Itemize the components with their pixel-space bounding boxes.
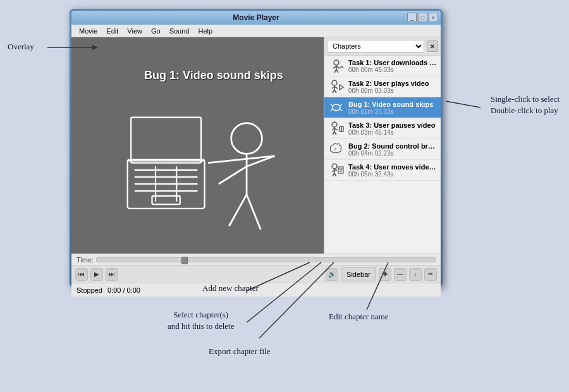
- skip-back-button[interactable]: ⏮: [75, 268, 88, 281]
- chapter-5-text: Bug 2: Sound control breaks 00h 04m 02.2…: [348, 142, 437, 157]
- menu-view[interactable]: View: [123, 26, 146, 36]
- chapter-icon-3: ♪: [327, 100, 345, 115]
- chapter-item-selected[interactable]: ♪ Bug 1: Video sound skips 00h 01m 25.33…: [324, 97, 441, 118]
- svg-point-48: [332, 164, 337, 169]
- svg-text:♪: ♪: [334, 105, 337, 111]
- chapter-item[interactable]: ♪ Bug 2: Sound control breaks 00h 04m 02…: [324, 139, 441, 160]
- chapter-3-time: 00h 01m 25.33s: [348, 108, 437, 115]
- status-text: Stopped: [76, 286, 102, 294]
- menu-help[interactable]: Help: [194, 26, 216, 36]
- chapter-2-name: Task 2: User plays video: [348, 80, 437, 87]
- chapter-3-name: Bug 1: Video sound skips: [348, 101, 437, 108]
- chapter-item[interactable]: Task 4: User moves video file 00h 05m 32…: [324, 160, 441, 181]
- minimize-button[interactable]: _: [407, 13, 417, 22]
- skip-forward-button[interactable]: ⏭: [106, 268, 118, 281]
- svg-line-52: [333, 173, 334, 176]
- sidebar-panel: Chapters ×: [324, 37, 441, 254]
- sidebar-toggle-button[interactable]: Sidebar: [341, 267, 376, 281]
- svg-text:♪: ♪: [334, 146, 336, 152]
- menu-movie[interactable]: Movie: [75, 26, 101, 36]
- menu-sound[interactable]: Sound: [166, 26, 193, 36]
- svg-line-37: [340, 109, 342, 111]
- chapter-4-time: 00h 03m 45.14s: [348, 129, 437, 136]
- time-label: Time:: [76, 256, 94, 264]
- chapter-4-text: Task 3: User pauses video 00h 03m 45.14s: [348, 121, 437, 136]
- svg-point-39: [332, 122, 337, 127]
- select-delete-annotation: Select chapter(s)and hit this to delete: [168, 309, 234, 332]
- chapter-item[interactable]: Task 1: User downloads video 00h 00m 45.…: [324, 56, 441, 77]
- titlebar: Movie Player _ □ ×: [71, 11, 441, 25]
- chapter-icon-4: [327, 121, 345, 136]
- edit-chapter-button[interactable]: ✏: [424, 268, 437, 281]
- controls-bar: ⏮ ▶ ⏭ 🔊 Sidebar ✚ — ↓ ✏: [71, 265, 441, 283]
- svg-point-26: [332, 80, 337, 85]
- svg-marker-32: [340, 85, 343, 90]
- window-title: Movie Player: [233, 13, 279, 22]
- movie-player-window: Movie Player _ □ × Movie Edit View Go So…: [70, 9, 443, 287]
- chapter-3-text: Bug 1: Video sound skips 00h 01m 25.33s: [348, 101, 437, 115]
- menu-go[interactable]: Go: [147, 26, 164, 36]
- titlebar-controls: _ □ ×: [407, 13, 438, 22]
- delete-chapter-button[interactable]: —: [394, 268, 407, 281]
- status-time: 0:00 / 0:00: [107, 286, 140, 294]
- add-chapter-annotation: Add new chapter: [202, 283, 259, 294]
- chapter-4-name: Task 3: User pauses video: [348, 121, 437, 129]
- chapter-6-time: 00h 05m 32.43s: [348, 171, 437, 178]
- close-button[interactable]: ×: [429, 13, 438, 22]
- chapters-dropdown[interactable]: Chapters: [327, 40, 424, 52]
- video-overlay-label: Bug 1: Video sound skips: [144, 69, 283, 82]
- chapter-icon-6: [327, 162, 345, 178]
- svg-point-18: [334, 60, 339, 65]
- svg-line-44: [334, 132, 336, 135]
- timebar: Time:: [71, 254, 441, 265]
- chapter-icon-2: [327, 79, 345, 94]
- chapter-list: Task 1: User downloads video 00h 00m 45.…: [324, 56, 441, 254]
- video-area: Bug 1: Video sound skips: [71, 37, 324, 254]
- svg-line-35: [331, 109, 333, 111]
- overlay-annotation: Overlay: [8, 41, 34, 52]
- volume-icon[interactable]: 🔊: [326, 268, 338, 281]
- export-chapter-button[interactable]: ↓: [409, 268, 422, 281]
- edit-chapter-annotation: Edit chapter name: [329, 311, 389, 322]
- chapter-2-time: 00h 00m 03.03s: [348, 87, 437, 94]
- chapter-6-name: Task 4: User moves video file: [348, 163, 437, 171]
- chapter-1-text: Task 1: User downloads video 00h 00m 45.…: [348, 59, 437, 73]
- svg-line-59: [446, 101, 480, 107]
- play-button[interactable]: ▶: [90, 268, 103, 281]
- svg-line-30: [333, 90, 334, 93]
- menubar: Movie Edit View Go Sound Help: [71, 25, 441, 37]
- sidebar-close-button[interactable]: ×: [427, 40, 438, 52]
- svg-line-25: [342, 66, 343, 68]
- svg-line-53: [334, 173, 336, 176]
- svg-line-23: [336, 70, 338, 73]
- time-slider[interactable]: [96, 257, 436, 262]
- chapter-1-name: Task 1: User downloads video: [348, 59, 437, 66]
- menu-edit[interactable]: Edit: [102, 26, 122, 36]
- export-chapter-annotation: Export chapter file: [209, 346, 270, 357]
- chapter-item[interactable]: Task 2: User plays video 00h 00m 03.03s: [324, 77, 441, 97]
- content-area: Bug 1: Video sound skips: [71, 37, 441, 254]
- chapter-5-time: 00h 04m 02.23s: [348, 150, 437, 157]
- chapter-6-text: Task 4: User moves video file 00h 05m 32…: [348, 163, 437, 178]
- chapter-1-time: 00h 00m 45.03s: [348, 66, 437, 73]
- chapter-icon-5: ♪: [327, 142, 345, 157]
- chapter-item[interactable]: Task 3: User pauses video 00h 03m 45.14s: [324, 118, 441, 139]
- window-content: Movie Edit View Go Sound Help Bug 1: Vid…: [71, 25, 441, 285]
- time-slider-thumb[interactable]: [181, 257, 188, 264]
- svg-line-36: [340, 104, 342, 106]
- add-chapter-button[interactable]: ✚: [379, 268, 391, 281]
- svg-line-31: [334, 90, 336, 93]
- sidebar-header: Chapters ×: [324, 37, 441, 56]
- svg-line-43: [333, 132, 334, 135]
- maximize-button[interactable]: □: [418, 13, 427, 22]
- chapter-icon-1: [327, 58, 345, 73]
- chapter-2-text: Task 2: User plays video 00h 00m 03.03s: [348, 80, 437, 94]
- single-click-annotation: Single-click to selectDouble-click to pl…: [491, 94, 560, 116]
- svg-line-22: [334, 70, 336, 73]
- svg-line-34: [331, 104, 333, 106]
- svg-line-24: [340, 66, 342, 68]
- chapter-5-name: Bug 2: Sound control breaks: [348, 142, 437, 150]
